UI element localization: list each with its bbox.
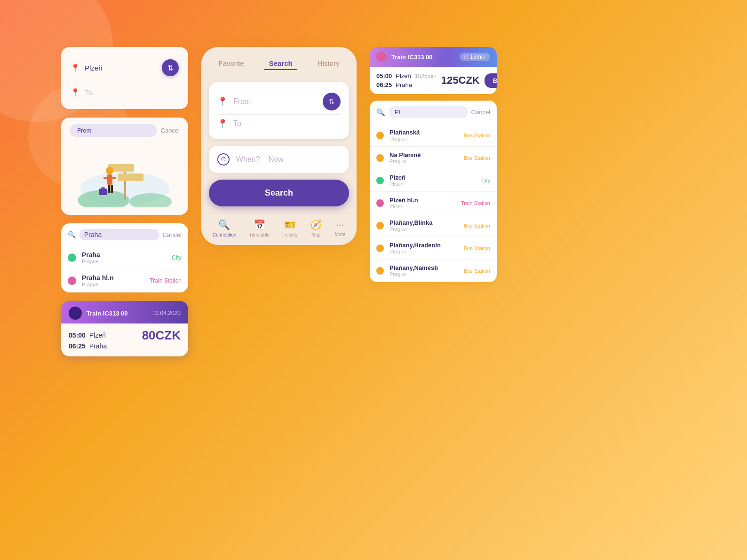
- buy-button[interactable]: Buy: [485, 73, 497, 88]
- result-name-prahaHln: Praha hl.n: [82, 274, 114, 282]
- rp-type-namesti: Bus Station: [464, 268, 490, 274]
- tc-arr-time: 06:25: [376, 81, 392, 88]
- rp-dot-yellow1: [376, 132, 384, 139]
- svg-rect-7: [107, 174, 112, 185]
- rp-city-naPlanine: Prague: [389, 158, 458, 164]
- phone-from-to-card: 📍 From ⇅ 📍 To: [209, 82, 349, 139]
- map-icon: 🧭: [310, 219, 322, 230]
- phone-from-label[interactable]: From: [233, 97, 317, 106]
- rp-name-naPlanine: Na Planině: [389, 151, 458, 158]
- phone-body: 📍 From ⇅ 📍 To ⏱ When? Now Search: [201, 75, 357, 213]
- rp-type-hradenin: Bus Station: [464, 245, 490, 251]
- rph-cancel-button[interactable]: Cancel: [471, 109, 490, 116]
- svg-rect-9: [112, 177, 116, 179]
- from-search-card: From Cancel: [61, 118, 188, 215]
- result-item-praha[interactable]: Praha Prague City: [61, 246, 188, 269]
- result-type-city1: City: [172, 254, 182, 261]
- dot-green-icon: [68, 253, 76, 262]
- ticket-price: 80CZK: [142, 329, 181, 341]
- nav-map[interactable]: 🧭 Map: [310, 219, 322, 237]
- svg-rect-8: [103, 177, 108, 179]
- nav-timetable-label: Timetable: [249, 232, 270, 237]
- rp-item-hradenin[interactable]: Plaňany,Hradenín Prague Bus Station: [370, 237, 497, 260]
- illustration-area: [61, 142, 188, 215]
- swap-button-simple[interactable]: ⇅: [162, 59, 179, 76]
- rp-name-plzenHln: Plzeň hl.n: [389, 197, 455, 204]
- nav-more-label: More: [335, 232, 346, 237]
- in-badge: in 16min: [460, 53, 490, 61]
- from-input-pill[interactable]: From: [70, 124, 157, 137]
- phone-when-value: Now: [269, 155, 284, 164]
- ticket-dep-city: Plzeň: [89, 331, 106, 339]
- results-panel: 🔍 Pl Cancel Plaňanská Prague Bus Station…: [370, 101, 497, 282]
- rp-type-plzenHln: Train Station: [461, 200, 490, 206]
- rp-name-namesti: Plaňany,Náměstí: [389, 264, 458, 271]
- svg-rect-13: [101, 187, 105, 189]
- svg-point-6: [106, 167, 113, 174]
- rp-item-blinka[interactable]: Plaňany,Blinka Prague Bus Station: [370, 214, 497, 237]
- svg-rect-12: [99, 189, 107, 195]
- phone-search-button[interactable]: Search: [209, 180, 349, 206]
- nav-tickets[interactable]: 🎫 Tickets: [283, 219, 297, 237]
- rp-city-plzen: Pilsen: [389, 181, 476, 187]
- nav-map-label: Map: [311, 232, 320, 237]
- result-sub-prague2: Prague: [82, 282, 114, 287]
- result-type-train1: Train Station: [150, 277, 182, 284]
- rp-item-namesti[interactable]: Plaňany,Náměstí Prague Bus Station: [370, 260, 497, 282]
- tab-favorite[interactable]: Favorite: [214, 57, 249, 70]
- nav-more[interactable]: ··· More: [335, 219, 346, 237]
- train-card-top: Train IC313 00 in 16min 05:00 Plzeň 1h25…: [370, 47, 497, 94]
- phone-when-card[interactable]: ⏱ When? Now: [209, 146, 349, 173]
- rp-dot-yellow3: [376, 222, 384, 229]
- rp-city-hradenin: Prague: [389, 249, 458, 254]
- nav-connection-label: Connection: [213, 232, 237, 237]
- tc-dep-time: 05:00: [376, 72, 392, 79]
- rp-item-plzenHln[interactable]: Plzeň hl.n Pilsen Train Station: [370, 192, 497, 214]
- phone-nav: 🔍 Connection 📅 Timetable 🎫 Tickets 🧭 Map…: [201, 213, 357, 245]
- pin-to-icon: 📍: [71, 88, 80, 97]
- rp-name-plzen: Plzeň: [389, 174, 476, 181]
- from-value-simple[interactable]: Plzeň: [85, 64, 157, 72]
- svg-rect-10: [108, 185, 110, 193]
- rp-type-blinka: Bus Station: [464, 223, 490, 229]
- svg-rect-5: [118, 174, 143, 181]
- rp-dot-yellow5: [376, 267, 384, 275]
- nav-timetable[interactable]: 📅 Timetable: [249, 219, 270, 237]
- phone-swap-button[interactable]: ⇅: [323, 93, 341, 110]
- connection-icon: 🔍: [218, 219, 230, 230]
- rp-item-plzen[interactable]: Plzeň Pilsen City: [370, 169, 497, 192]
- tc-duration: 1h25min: [415, 73, 437, 79]
- tickets-icon: 🎫: [284, 219, 296, 230]
- rp-city-planske: Prague: [389, 136, 458, 142]
- search-results-card: 🔍 Praha Cancel Praha Prague City Praha h…: [61, 223, 188, 292]
- result-item-prahaHln[interactable]: Praha hl.n Prague Train Station: [61, 269, 188, 292]
- rp-city-plzenHln: Pilsen: [389, 204, 455, 209]
- ticket-train-name: Train IC313 00: [87, 310, 148, 317]
- to-value-simple[interactable]: To: [85, 88, 179, 96]
- search-icon-card3: 🔍: [68, 231, 76, 238]
- rp-item-planske[interactable]: Plaňanská Prague Bus Station: [370, 124, 497, 147]
- tab-search[interactable]: Search: [264, 57, 297, 70]
- result-sub-prague1: Prague: [82, 259, 100, 264]
- rp-dot-yellow4: [376, 245, 384, 252]
- search-input-card3[interactable]: Praha: [79, 229, 159, 240]
- svg-rect-11: [111, 185, 113, 193]
- tab-history[interactable]: History: [313, 57, 344, 70]
- phone-pin-to-icon: 📍: [217, 118, 228, 129]
- cancel-button-card2[interactable]: Cancel: [161, 127, 180, 134]
- dot-pink-icon: [68, 276, 76, 285]
- phone-to-label[interactable]: To: [233, 119, 341, 128]
- clock-icon: ⏱: [217, 153, 230, 166]
- nav-connection[interactable]: 🔍 Connection: [213, 219, 237, 237]
- rph-input[interactable]: Pl: [389, 106, 468, 118]
- result-name-praha: Praha: [82, 251, 100, 259]
- ticket-circle-icon: [69, 307, 82, 320]
- timetable-icon: 📅: [254, 219, 265, 230]
- rp-city-namesti: Prague: [389, 271, 458, 277]
- train-ticket-card: Train IC313 00 12.04.2020 05:00 Plzeň 80…: [61, 301, 188, 356]
- cancel-button-card3[interactable]: Cancel: [163, 231, 182, 238]
- rp-item-naPlanine[interactable]: Na Planině Prague Bus Station: [370, 147, 497, 169]
- nav-tickets-label: Tickets: [283, 232, 297, 237]
- phone-tabs: Favorite Search History: [201, 47, 357, 75]
- tc-price: 125CZK: [441, 74, 480, 87]
